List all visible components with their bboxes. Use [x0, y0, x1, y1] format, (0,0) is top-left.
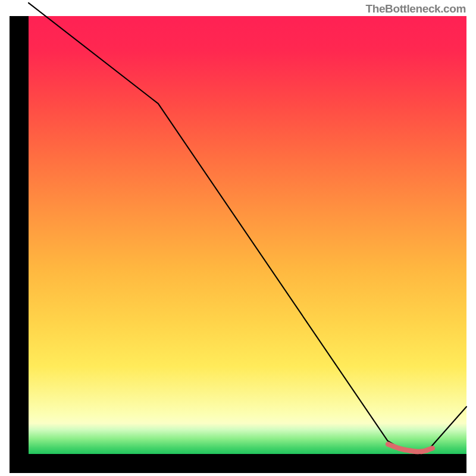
data-line [29, 3, 466, 452]
sweet-spot-marker-group [388, 444, 433, 452]
watermark-text: TheBottleneck.com [366, 2, 466, 15]
chart-svg [29, 16, 466, 454]
chart-plot-area [29, 16, 466, 454]
sweet-spot-marker [427, 448, 433, 450]
chart-frame [10, 16, 466, 473]
chart-viewport: { "watermark": "TheBottleneck.com", "cha… [0, 0, 476, 476]
